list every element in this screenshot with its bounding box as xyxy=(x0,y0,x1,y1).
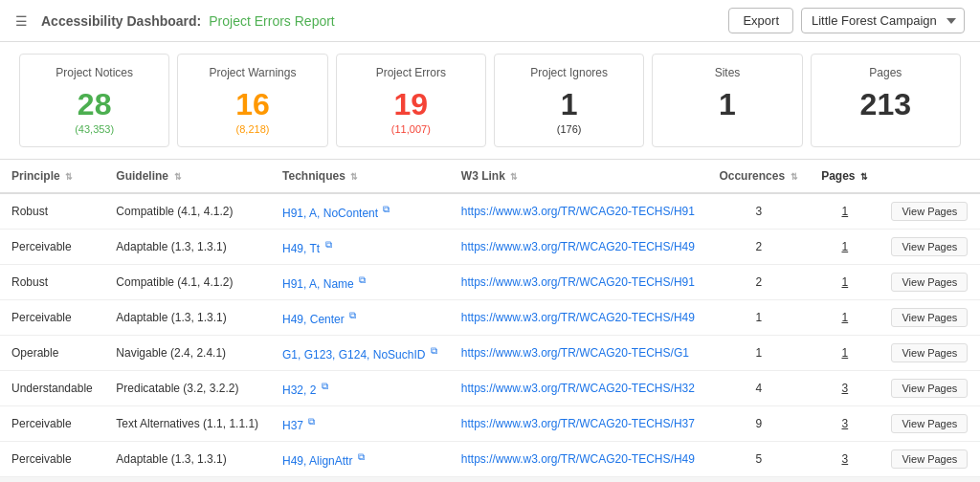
technique-link[interactable]: H49, Center xyxy=(282,313,345,326)
pages-cell: 1 xyxy=(810,230,880,265)
sort-icon: ⇅ xyxy=(508,172,519,182)
occurrences-cell: 3 xyxy=(707,193,810,230)
view-pages-button[interactable]: View Pages xyxy=(891,379,968,398)
pages-cell: 1 xyxy=(810,193,880,230)
technique-link[interactable]: H49, AlignAttr xyxy=(282,454,352,468)
col-header-guideline[interactable]: Guideline ⇅ xyxy=(104,160,271,193)
card-title: Sites xyxy=(660,66,793,79)
technique-link[interactable]: H91, A, Name xyxy=(282,277,354,291)
w3-link-cell: https://www.w3.org/TR/WCAG20-TECHS/H91 xyxy=(450,193,708,230)
export-button[interactable]: Export xyxy=(728,8,793,33)
guideline-cell: Adaptable (1.3, 1.3.1) xyxy=(104,442,271,477)
w3-link[interactable]: https://www.w3.org/TR/WCAG20-TECHS/G1 xyxy=(461,346,689,360)
sort-icon: ⇅ xyxy=(63,172,74,182)
w3-link[interactable]: https://www.w3.org/TR/WCAG20-TECHS/H91 xyxy=(461,275,695,289)
action-cell: View Pages xyxy=(880,300,980,336)
w3-link[interactable]: https://www.w3.org/TR/WCAG20-TECHS/H49 xyxy=(461,240,695,253)
technique-cell: H49, AlignAttr ⧉ xyxy=(271,442,450,477)
card-number: 19 xyxy=(345,89,478,120)
w3-link[interactable]: https://www.w3.org/TR/WCAG20-TECHS/H32 xyxy=(461,382,695,395)
view-pages-button[interactable]: View Pages xyxy=(891,414,968,433)
action-cell: View Pages xyxy=(880,265,980,300)
view-pages-button[interactable]: View Pages xyxy=(891,202,968,221)
external-icon: ⧉ xyxy=(325,239,332,250)
view-pages-button[interactable]: View Pages xyxy=(891,449,968,469)
w3-link[interactable]: https://www.w3.org/TR/WCAG20-TECHS/H49 xyxy=(461,452,695,466)
principle-cell: Robust xyxy=(0,265,104,300)
card-number: 213 xyxy=(819,89,952,120)
principle-cell: Perceivable xyxy=(0,406,104,442)
card-number: 1 xyxy=(502,89,635,120)
summary-card-2: Project Errors 19 (11,007) xyxy=(336,54,486,147)
action-cell: View Pages xyxy=(880,336,980,371)
technique-link[interactable]: H49, Tt xyxy=(282,242,320,255)
guideline-cell: Adaptable (1.3, 1.3.1) xyxy=(104,230,271,265)
occurrences-cell: 1 xyxy=(707,300,810,336)
table-row: UnderstandablePredicatable (3.2, 3.2.2)H… xyxy=(0,371,980,406)
table-row: PerceivableText Alternatives (1.1, 1.1.1… xyxy=(0,406,980,442)
technique-cell: H37 ⧉ xyxy=(271,406,450,442)
guideline-cell: Text Alternatives (1.1, 1.1.1) xyxy=(104,406,271,442)
menu-icon[interactable]: ☰ xyxy=(15,13,28,29)
external-icon: ⧉ xyxy=(308,416,315,427)
header-right: Export Little Forest Campaign xyxy=(728,8,965,33)
summary-card-1: Project Warnings 16 (8,218) xyxy=(177,54,327,147)
view-pages-button[interactable]: View Pages xyxy=(891,343,968,362)
action-cell: View Pages xyxy=(880,442,980,477)
summary-cards: Project Notices 28 (43,353) Project Warn… xyxy=(0,42,980,160)
card-title: Project Ignores xyxy=(502,66,635,79)
w3-link-cell: https://www.w3.org/TR/WCAG20-TECHS/H32 xyxy=(450,371,708,406)
table-row: PerceivableAdaptable (1.3, 1.3.1)H49, Tt… xyxy=(0,230,980,265)
summary-card-4: Sites 1 xyxy=(652,54,802,147)
w3-link-cell: https://www.w3.org/TR/WCAG20-TECHS/H49 xyxy=(450,442,708,477)
view-pages-button[interactable]: View Pages xyxy=(891,308,968,327)
col-header-principle[interactable]: Principle ⇅ xyxy=(0,160,104,193)
table-row: PerceivableAdaptable (1.3, 1.3.1)H49, Ce… xyxy=(0,300,980,336)
summary-card-5: Pages 213 xyxy=(811,54,961,147)
guideline-cell: Compatible (4.1, 4.1.2) xyxy=(104,265,271,300)
card-title: Project Notices xyxy=(28,66,161,79)
sort-icon: ⇅ xyxy=(348,172,359,182)
technique-cell: H91, A, NoContent ⧉ xyxy=(271,193,450,230)
technique-link[interactable]: H91, A, NoContent xyxy=(282,207,378,220)
campaign-select[interactable]: Little Forest Campaign xyxy=(801,8,965,33)
w3-link[interactable]: https://www.w3.org/TR/WCAG20-TECHS/H91 xyxy=(461,205,695,218)
card-sub: (11,007) xyxy=(345,123,478,135)
external-icon: ⧉ xyxy=(358,451,365,462)
col-header-w3-link[interactable]: W3 Link ⇅ xyxy=(450,160,708,193)
technique-link[interactable]: H32, 2 xyxy=(282,383,316,397)
technique-link[interactable]: G1, G123, G124, NoSuchID xyxy=(282,348,425,362)
view-pages-button[interactable]: View Pages xyxy=(891,237,968,256)
principle-cell: Operable xyxy=(0,336,104,371)
occurrences-cell: 4 xyxy=(707,371,810,406)
technique-cell: G1, G123, G124, NoSuchID ⧉ xyxy=(271,336,450,371)
principle-cell: Perceivable xyxy=(0,300,104,336)
occurrences-cell: 2 xyxy=(707,265,810,300)
guideline-cell: Navigable (2.4, 2.4.1) xyxy=(104,336,271,371)
col-header-pages[interactable]: Pages ⇅ xyxy=(810,160,880,193)
action-cell: View Pages xyxy=(880,193,980,230)
card-number: 16 xyxy=(186,89,319,120)
table-row: PerceivableAdaptable (1.3, 1.3.1)H49, Al… xyxy=(0,442,980,477)
principle-cell: Perceivable xyxy=(0,442,104,477)
col-header-occurences[interactable]: Occurences ⇅ xyxy=(707,160,810,193)
w3-link-cell: https://www.w3.org/TR/WCAG20-TECHS/H37 xyxy=(450,406,708,442)
summary-card-0: Project Notices 28 (43,353) xyxy=(19,54,169,147)
occurrences-cell: 5 xyxy=(707,442,810,477)
card-sub: (8,218) xyxy=(186,123,319,135)
guideline-cell: Adaptable (1.3, 1.3.1) xyxy=(104,300,271,336)
w3-link[interactable]: https://www.w3.org/TR/WCAG20-TECHS/H37 xyxy=(461,417,695,430)
table-row: RobustCompatible (4.1, 4.1.2)H91, A, Nam… xyxy=(0,265,980,300)
external-icon: ⧉ xyxy=(431,345,437,356)
card-sub: (43,353) xyxy=(28,123,161,135)
technique-link[interactable]: H37 xyxy=(282,419,303,432)
w3-link[interactable]: https://www.w3.org/TR/WCAG20-TECHS/H49 xyxy=(461,311,695,324)
action-cell: View Pages xyxy=(880,230,980,265)
report-subtitle: Project Errors Report xyxy=(209,13,334,29)
col-header-techniques[interactable]: Techniques ⇅ xyxy=(271,160,450,193)
action-cell: View Pages xyxy=(880,371,980,406)
card-title: Project Errors xyxy=(345,66,478,79)
header-left: ☰ Accessibility Dashboard: Project Error… xyxy=(15,13,335,29)
view-pages-button[interactable]: View Pages xyxy=(891,273,968,292)
sort-icon: ⇅ xyxy=(858,172,869,182)
